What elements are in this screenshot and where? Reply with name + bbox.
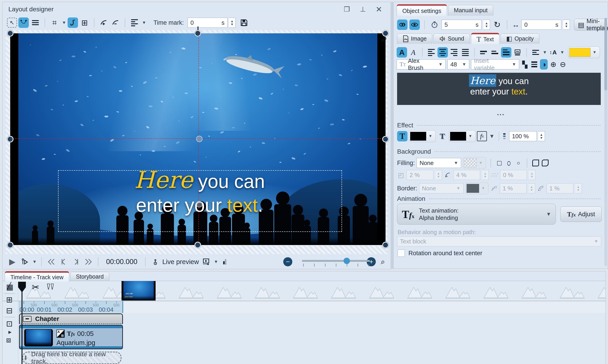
tab-object-settings[interactable]: Object settings [397,4,447,16]
italic-button[interactable]: A [408,47,418,58]
slide-resize-handle[interactable] [195,31,200,36]
edit-pen-icon[interactable]: ✎ [379,36,388,43]
text-fx-button[interactable]: fx [477,131,487,141]
motion-path-curve-icon[interactable] [18,17,29,28]
insert-variable-combo[interactable]: Insert variable ▼ [471,59,519,69]
tab-image[interactable]: Image [397,34,432,44]
play-button[interactable]: ▶ [7,257,17,267]
adjust-animation-button[interactable]: Tfx Adjust [560,207,602,222]
valign-top-button[interactable] [478,47,489,58]
remove-curve-point-icon[interactable] [110,17,121,28]
slide-resize-handle[interactable] [8,137,13,142]
shadow-color-dropdown-icon[interactable]: ▼ [466,131,475,141]
zoom-selection-icon[interactable]: ⧈ [6,336,11,345]
object-list-dropdown-icon[interactable]: ▼ [142,20,146,25]
align-justify-button[interactable] [460,47,471,58]
border-color-dropdown-icon[interactable]: ▼ [479,183,487,193]
select-tool-icon[interactable]: ↖ [7,18,17,28]
zoom-fit-icon[interactable]: ⌕ [378,257,388,267]
tab-text[interactable]: T Text [471,33,499,44]
shadow-color-swatch[interactable] [450,132,466,141]
valign-bottom-button[interactable] [501,47,511,58]
next-frame-button[interactable] [71,257,81,267]
strip-expand-arrow-icon[interactable]: ▶ [8,330,12,335]
save-keyframe-icon[interactable] [239,17,249,28]
duration-stepper[interactable]: ▲▼ [483,20,490,30]
bg-shape-rect-icon[interactable]: □ [496,158,503,168]
list-format-button[interactable] [530,47,541,58]
filling-color-dropdown-icon[interactable]: ▼ [477,158,485,168]
border-width-input[interactable]: 1 % [500,183,527,193]
previous-frame-button[interactable] [58,257,69,267]
font-color-swatch[interactable] [569,48,591,57]
clip-card[interactable]: A B Tfx 00:05 Aquarium.jpg [19,325,123,349]
bg-blur-stepper[interactable]: ▲▼ [529,170,535,180]
text-edit-preview[interactable]: Here you can enter your text. [397,73,601,105]
text-animation-dropdown[interactable]: Tfx Text animation: Alpha blending ▼ [397,204,556,225]
zoom-to-fit-icon[interactable]: ⊡ [6,319,13,328]
font-family-combo[interactable]: TT Alex Brush ▼ [397,59,446,69]
ruler-band[interactable]: 00:0050000:0150000:0250000:0350000:04500 [19,301,123,313]
tab-storyboard[interactable]: Storyboard [70,272,109,281]
camera-pan-icon[interactable]: ⊞ [79,17,90,28]
motion-path-behavior-combo[interactable]: Text block ▼ [397,236,601,246]
chapter-collapse-icon[interactable] [23,316,31,322]
align-right-button[interactable] [449,47,459,58]
text-opacity-stepper[interactable]: ▲▼ [538,131,545,141]
tab-opacity[interactable]: ◧ Opacity [501,34,539,44]
maximize-icon[interactable]: ❒ [344,5,350,13]
preview-screen-icon[interactable] [201,257,211,267]
slide-resize-handle[interactable] [383,137,388,142]
line-spacing-button[interactable]: ↕A [548,47,558,58]
outline-color-dropdown-icon[interactable]: ▼ [426,131,435,141]
spline-curve-icon[interactable] [67,17,78,28]
text-fx-dropdown-icon[interactable]: ▼ [489,133,495,139]
align-left-button[interactable] [426,47,436,58]
filling-color-swatch[interactable] [464,158,477,168]
bg-shape-custom-icon[interactable] [541,158,549,168]
link-duration-icon[interactable] [397,19,408,30]
slide-resize-handle[interactable] [383,243,388,247]
list-format-dropdown-icon[interactable]: ▼ [543,50,547,55]
auto-duration-icon[interactable]: ↻ [492,19,502,30]
character-map-icon[interactable]: ▚ [521,59,529,70]
mini-templates-button[interactable]: ▤ Mini-templates ▼ [574,19,608,31]
close-icon[interactable]: ✕ [376,5,382,14]
preview-zoom-in-icon[interactable]: ⊕ [550,59,557,70]
border-color-swatch[interactable] [466,184,479,193]
bg-shape-circle-icon[interactable]: ○ [515,158,522,168]
bg-blur-input[interactable]: 0 % [500,170,527,180]
add-curve-point-icon[interactable] [98,17,109,28]
timeline-slide-thumbnail[interactable]: you can your text [121,281,156,300]
bg-margin-input[interactable]: 2 % [407,170,433,180]
bg-shape-rounded-icon[interactable] [532,158,540,168]
bg-margin-stepper[interactable]: ▲▼ [435,170,442,180]
playhead-line[interactable] [22,292,23,364]
pin-icon[interactable]: ⊥ [360,5,366,13]
preview-resize-grip[interactable]: ... [394,112,608,114]
bg-rounding-input[interactable]: 4 % [453,170,480,180]
filling-combo[interactable]: None ▼ [417,158,461,168]
text-styles-icon[interactable] [530,59,538,70]
slide-canvas[interactable]: Here you can enter your text. ✎ [10,33,385,245]
tab-sound[interactable]: Sound [433,34,470,44]
slide-resize-handle[interactable] [8,31,13,36]
text-shadow-toggle[interactable]: T [437,131,448,142]
offset-stepper[interactable]: ▲▼ [563,20,570,30]
font-color-button[interactable]: A [397,47,407,58]
zoom-slider-thumb[interactable] [344,258,350,264]
preview-screen-dropdown-icon[interactable]: ▼ [214,259,218,264]
time-mark-input[interactable]: 0 s [187,18,227,28]
tab-timeline-track-view[interactable]: Timeline - Track view [5,271,69,282]
border-width-stepper[interactable]: ▲▼ [529,183,535,193]
skip-to-start-button[interactable] [46,257,57,267]
border-combo[interactable]: None ▼ [419,183,463,193]
outline-color-swatch[interactable] [410,132,426,141]
rotation-checkbox[interactable] [397,249,405,257]
text-opacity-input[interactable]: 100 % [509,131,537,141]
tab-manual-input[interactable]: Manual input [448,5,493,16]
zoom-out-canvas-button[interactable]: − [283,257,292,266]
panel-scrollbar-thumb[interactable] [604,18,607,91]
zoom-slider-track[interactable] [302,260,370,262]
offset-input[interactable]: 0 s [521,20,561,30]
